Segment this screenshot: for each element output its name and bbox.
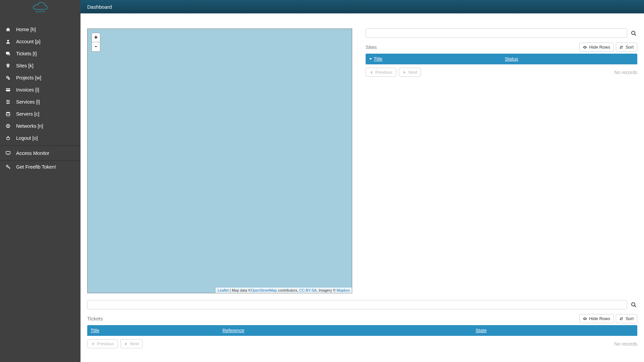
nav-logout[interactable]: Logout [o]: [0, 132, 80, 144]
nav-sites[interactable]: Sites [k]: [0, 60, 80, 72]
nav-label: Sites [k]: [16, 63, 34, 68]
sort-icon: [620, 45, 624, 49]
nav-label: Account [p]: [16, 39, 41, 44]
marker-icon: [5, 63, 11, 68]
svg-rect-11: [8, 136, 8, 138]
svg-point-7: [7, 103, 8, 104]
power-icon: [5, 136, 11, 140]
caret-left-icon: [91, 342, 95, 346]
tickets-panel: Tickets Hide Rows Sort Tit: [87, 300, 637, 348]
map-zoom-controls: + -: [92, 33, 100, 52]
sites-next-button[interactable]: Next: [399, 68, 421, 77]
svg-point-14: [632, 31, 635, 35]
content: + - Leaflet | Map data ©OpenStreetMap co…: [80, 13, 644, 362]
nav-networks[interactable]: Networks [n]: [0, 120, 80, 132]
nav-label: Services [l]: [16, 99, 40, 105]
brand-logo[interactable]: SLAPOS: [0, 0, 80, 13]
nav-get-token[interactable]: Get Freefib Token!: [0, 161, 80, 173]
svg-rect-12: [6, 152, 10, 154]
sites-search-input[interactable]: [366, 28, 627, 38]
svg-point-2: [8, 78, 9, 79]
sort-asc-icon: [369, 57, 372, 61]
caret-left-icon: [369, 70, 373, 74]
sites-col-title[interactable]: Title: [366, 54, 501, 64]
cc-link[interactable]: CC-BY-SA: [299, 288, 317, 292]
tickets-col-title[interactable]: Title: [87, 325, 219, 336]
sliders-icon: [5, 100, 11, 104]
sites-panel: Sites Hide Rows Sort: [366, 28, 637, 293]
tickets-sort-button[interactable]: Sort: [616, 314, 637, 323]
svg-point-8: [6, 112, 10, 113]
svg-point-1: [7, 76, 8, 78]
main: Dashboard + - Leaflet | Map data ©OpenSt…: [80, 0, 644, 362]
svg-point-0: [7, 40, 9, 42]
tickets-next-button[interactable]: Next: [120, 339, 143, 348]
tickets-search-button[interactable]: [630, 301, 637, 308]
nav-label: Networks [n]: [16, 123, 43, 129]
svg-point-15: [632, 303, 635, 306]
svg-rect-4: [6, 89, 10, 90]
card-icon: [5, 87, 11, 92]
search-icon: [631, 31, 636, 36]
map-zoom-out-button[interactable]: -: [92, 42, 100, 52]
brand-text: SLAPOS: [36, 10, 45, 13]
caret-right-icon: [402, 70, 407, 74]
nav-label: Access Monitor: [16, 150, 49, 156]
tickets-empty-text: No records: [614, 341, 637, 347]
sites-title: Sites: [366, 44, 377, 50]
nav-home[interactable]: Home [h]: [0, 23, 80, 36]
map[interactable]: + - Leaflet | Map data ©OpenStreetMap co…: [87, 28, 352, 293]
nav-services[interactable]: Services [l]: [0, 96, 80, 108]
svg-point-5: [7, 100, 8, 101]
tickets-table: Title Reference State: [87, 325, 637, 336]
home-icon: [5, 27, 11, 32]
nav-label: Servers [c]: [16, 111, 39, 117]
sites-search-button[interactable]: [630, 29, 637, 37]
key-icon: [5, 165, 11, 169]
nav-access-monitor[interactable]: Access Monitor: [0, 145, 80, 161]
sites-col-status[interactable]: Status: [501, 54, 637, 64]
globe-icon: [5, 124, 11, 128]
monitor-icon: [5, 151, 11, 156]
sites-sort-button[interactable]: Sort: [616, 43, 637, 52]
nav-label: Projects [w]: [16, 75, 41, 80]
sites-table: Title Status: [366, 54, 637, 64]
sites-empty-text: No records: [614, 70, 637, 75]
tickets-title: Tickets: [87, 316, 103, 321]
sites-hide-rows-button[interactable]: Hide Rows: [579, 43, 614, 52]
tickets-col-reference[interactable]: Reference: [219, 325, 472, 336]
nav-account[interactable]: Account [p]: [0, 36, 80, 48]
nav-servers[interactable]: Servers [c]: [0, 108, 80, 120]
caret-right-icon: [124, 342, 128, 346]
nav-tickets[interactable]: Tickets [t]: [0, 48, 80, 60]
topbar: Dashboard: [80, 0, 644, 13]
nav-list: Home [h] Account [p] Tickets [t] Sites […: [0, 13, 80, 173]
leaflet-link[interactable]: Leaflet: [218, 288, 229, 292]
eye-icon: [583, 45, 587, 49]
nav-label: Tickets [t]: [16, 51, 37, 56]
nav-label: Get Freefib Token!: [16, 164, 56, 170]
tickets-col-state[interactable]: State: [472, 325, 637, 336]
map-panel: + - Leaflet | Map data ©OpenStreetMap co…: [87, 28, 352, 293]
svg-point-6: [8, 102, 9, 103]
search-icon: [631, 302, 636, 307]
sort-icon: [620, 317, 624, 321]
page-title: Dashboard: [87, 4, 112, 10]
tickets-search-input[interactable]: [87, 300, 627, 309]
map-zoom-in-button[interactable]: +: [92, 33, 100, 42]
tickets-hide-rows-button[interactable]: Hide Rows: [579, 314, 614, 323]
mapbox-link[interactable]: Mapbox: [337, 288, 350, 292]
nav-invoices[interactable]: Invoices [i]: [0, 84, 80, 96]
sites-prev-button[interactable]: Previous: [366, 68, 396, 77]
eye-icon: [583, 317, 587, 321]
nav-projects[interactable]: Projects [w]: [0, 72, 80, 84]
nav-label: Home [h]: [16, 27, 36, 32]
comments-icon: [5, 51, 11, 56]
database-icon: [5, 112, 11, 116]
nav-label: Invoices [i]: [16, 87, 39, 93]
user-icon: [5, 39, 11, 44]
map-attribution: Leaflet | Map data ©OpenStreetMap contri…: [216, 288, 352, 293]
nav-label: Logout [o]: [16, 135, 38, 141]
tickets-prev-button[interactable]: Previous: [87, 339, 118, 348]
osm-link[interactable]: OpenStreetMap: [251, 288, 277, 292]
